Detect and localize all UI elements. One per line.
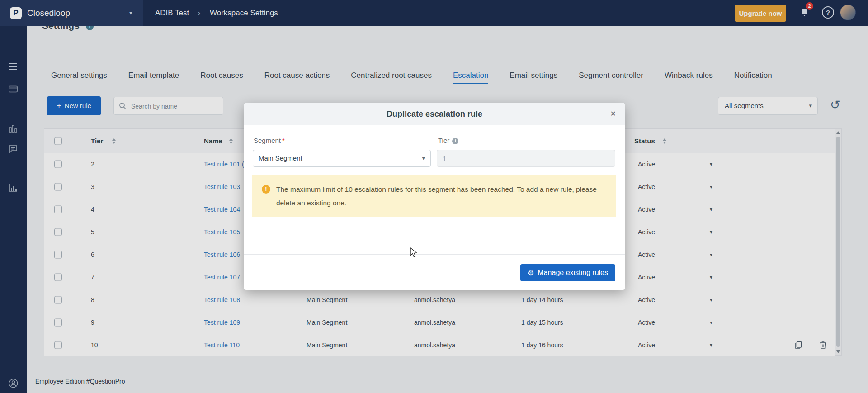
warning-text: The maximum limit of 10 escalation rules…	[276, 183, 605, 217]
tier-field-label: Tieri	[438, 137, 458, 144]
required-asterisk: *	[282, 137, 285, 144]
tier-input[interactable]	[437, 150, 615, 167]
duplicate-escalation-modal: Duplicate escalation rule ✕ Segment* Tie…	[244, 103, 625, 290]
modal-header: Duplicate escalation rule	[244, 103, 625, 125]
close-icon[interactable]: ✕	[610, 109, 616, 118]
limit-warning-alert: ! The maximum limit of 10 escalation rul…	[252, 175, 616, 217]
warning-icon: !	[262, 185, 270, 194]
segment-field-label: Segment*	[254, 137, 285, 144]
gear-icon: ⚙	[528, 269, 534, 277]
info-icon[interactable]: i	[452, 138, 458, 144]
segment-select-value: Main Segment	[259, 154, 302, 162]
modal-title: Duplicate escalation rule	[387, 109, 482, 118]
manage-existing-rules-button[interactable]: ⚙Manage existing rules	[520, 264, 615, 281]
segment-select[interactable]: Main Segment ▾	[253, 150, 431, 167]
chevron-down-icon: ▾	[422, 150, 425, 166]
modal-footer-divider	[244, 254, 625, 255]
